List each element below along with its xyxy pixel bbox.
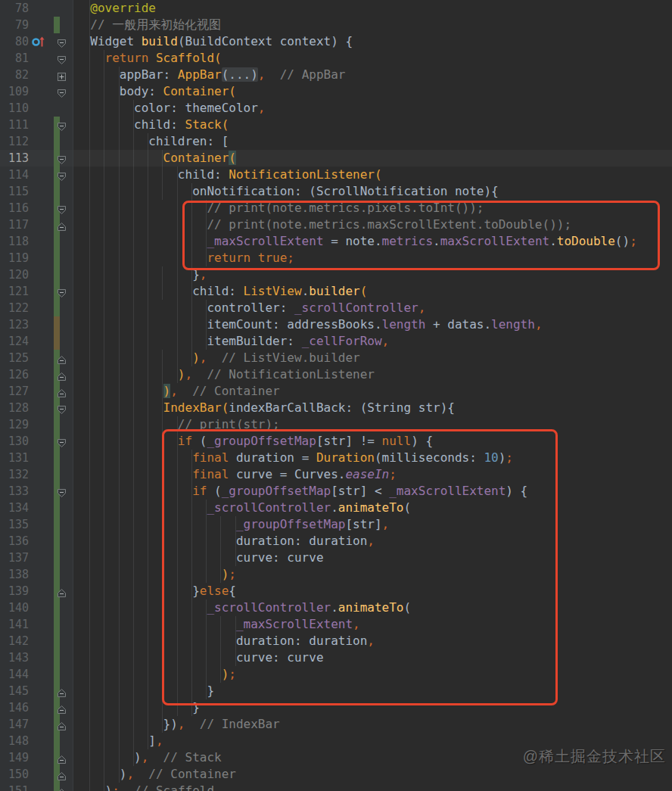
- code-text[interactable]: appBar: AppBar(...), // AppBar: [73, 67, 672, 83]
- fold-collapse-icon[interactable]: [57, 86, 67, 96]
- line-number[interactable]: 82: [0, 67, 29, 83]
- code-line-141[interactable]: 141 _maxScrollExtent,: [0, 616, 672, 633]
- code-text[interactable]: // 一般用来初始化视图: [73, 17, 672, 33]
- line-number[interactable]: 136: [0, 533, 29, 550]
- code-line-115[interactable]: 115 onNotification: (ScrollNotification …: [0, 183, 672, 200]
- code-text[interactable]: itemCount: addressBooks.length + datas.l…: [73, 316, 672, 333]
- code-text[interactable]: // print(note.metrics.maxScrollExtent.to…: [73, 216, 672, 233]
- line-number[interactable]: 126: [0, 366, 29, 383]
- line-number[interactable]: 111: [0, 117, 29, 133]
- code-line-142[interactable]: 142 duration: duration,: [0, 633, 672, 649]
- code-line-150[interactable]: 150 ), // Container: [0, 766, 672, 783]
- code-text[interactable]: );: [73, 666, 672, 683]
- code-line-145[interactable]: 145 }: [0, 683, 672, 699]
- line-number[interactable]: 144: [0, 666, 29, 683]
- code-text[interactable]: ); // Scaffold: [73, 783, 672, 791]
- fold-collapse-icon[interactable]: [57, 170, 67, 179]
- line-number[interactable]: 130: [0, 433, 29, 450]
- code-text[interactable]: duration: duration,: [73, 533, 672, 550]
- fold-collapse-icon[interactable]: [57, 53, 67, 63]
- line-number[interactable]: 118: [0, 233, 29, 250]
- code-text[interactable]: child: NotificationListener(: [73, 167, 672, 183]
- line-number[interactable]: 149: [0, 749, 29, 766]
- code-line-120[interactable]: 120 },: [0, 266, 672, 283]
- code-text[interactable]: IndexBar(indexBarCallBack: (String str){: [73, 400, 672, 416]
- code-line-139[interactable]: 139 }else{: [0, 583, 672, 599]
- code-line-135[interactable]: 135 _groupOffsetMap[str],: [0, 516, 672, 533]
- code-line-146[interactable]: 146 }: [0, 699, 672, 716]
- code-text[interactable]: if (_groupOffsetMap[str] < _maxScrollExt…: [73, 483, 672, 500]
- code-text[interactable]: // print(note.metrics.pixels.toInt());: [73, 200, 672, 216]
- line-number[interactable]: 117: [0, 216, 29, 233]
- code-line-131[interactable]: 131 final duration = Duration(millisecon…: [0, 450, 672, 466]
- code-line-134[interactable]: 134 _scrollController.animateTo(: [0, 500, 672, 516]
- code-text[interactable]: // print(str);: [73, 416, 672, 433]
- code-line-143[interactable]: 143 curve: curve: [0, 649, 672, 666]
- overriding-method-icon[interactable]: [31, 36, 46, 48]
- fold-expand-icon[interactable]: [57, 70, 67, 79]
- code-text[interactable]: );: [73, 566, 672, 583]
- code-line-125[interactable]: 125 ), // ListView.builder: [0, 350, 672, 366]
- line-number[interactable]: 120: [0, 266, 29, 283]
- line-number[interactable]: 127: [0, 383, 29, 400]
- fold-collapse-icon[interactable]: [57, 120, 67, 129]
- code-text[interactable]: duration: duration,: [73, 633, 672, 649]
- line-number[interactable]: 151: [0, 783, 29, 791]
- code-line-128[interactable]: 128 IndexBar(indexBarCallBack: (String s…: [0, 400, 672, 416]
- code-text[interactable]: _maxScrollExtent,: [73, 616, 672, 633]
- fold-collapse-icon[interactable]: [57, 353, 67, 363]
- code-text[interactable]: ), // ListView.builder: [73, 350, 672, 366]
- line-number[interactable]: 132: [0, 466, 29, 483]
- code-text[interactable]: child: ListView.builder(: [73, 283, 672, 300]
- code-text[interactable]: }), // IndexBar: [73, 716, 672, 733]
- line-number[interactable]: 138: [0, 566, 29, 583]
- line-number[interactable]: 121: [0, 283, 29, 300]
- code-line-133[interactable]: 133 if (_groupOffsetMap[str] < _maxScrol…: [0, 483, 672, 500]
- code-text[interactable]: if (_groupOffsetMap[str] != null) {: [73, 433, 672, 450]
- fold-collapse-icon[interactable]: [57, 369, 67, 379]
- fold-collapse-icon[interactable]: [57, 769, 67, 779]
- code-line-119[interactable]: 119 return true;: [0, 250, 672, 266]
- code-text[interactable]: Container(: [73, 150, 672, 167]
- line-number[interactable]: 110: [0, 100, 29, 117]
- code-line-113[interactable]: 113 Container(: [0, 150, 672, 167]
- code-line-140[interactable]: 140 _scrollController.animateTo(: [0, 599, 672, 616]
- line-number[interactable]: 148: [0, 733, 29, 749]
- line-number[interactable]: 140: [0, 599, 29, 616]
- line-number[interactable]: 123: [0, 316, 29, 333]
- line-number[interactable]: 145: [0, 683, 29, 699]
- line-number[interactable]: 114: [0, 167, 29, 183]
- line-number[interactable]: 128: [0, 400, 29, 416]
- code-text[interactable]: ), // NotificationListener: [73, 366, 672, 383]
- line-number[interactable]: 112: [0, 133, 29, 150]
- code-text[interactable]: _scrollController.animateTo(: [73, 599, 672, 616]
- line-number[interactable]: 139: [0, 583, 29, 599]
- code-line-112[interactable]: 112 children: [: [0, 133, 672, 150]
- code-line-114[interactable]: 114 child: NotificationListener(: [0, 167, 672, 183]
- line-number[interactable]: 129: [0, 416, 29, 433]
- code-line-130[interactable]: 130 if (_groupOffsetMap[str] != null) {: [0, 433, 672, 450]
- line-number[interactable]: 131: [0, 450, 29, 466]
- code-line-111[interactable]: 111 child: Stack(: [0, 117, 672, 133]
- line-number[interactable]: 146: [0, 699, 29, 716]
- line-number[interactable]: 137: [0, 550, 29, 566]
- line-number[interactable]: 141: [0, 616, 29, 633]
- code-line-147[interactable]: 147 }), // IndexBar: [0, 716, 672, 733]
- line-number[interactable]: 113: [0, 150, 29, 167]
- line-number[interactable]: 135: [0, 516, 29, 533]
- code-text[interactable]: }else{: [73, 583, 672, 599]
- line-number[interactable]: 81: [0, 50, 29, 67]
- fold-collapse-icon[interactable]: [57, 686, 67, 696]
- fold-collapse-icon[interactable]: [57, 36, 67, 46]
- code-text[interactable]: controller: _scrollController,: [73, 300, 672, 316]
- fold-collapse-icon[interactable]: [57, 403, 67, 413]
- code-text[interactable]: final curve = Curves.easeIn;: [73, 466, 672, 483]
- code-text[interactable]: _scrollController.animateTo(: [73, 500, 672, 516]
- code-line-122[interactable]: 122 controller: _scrollController,: [0, 300, 672, 316]
- code-text[interactable]: },: [73, 266, 672, 283]
- line-number[interactable]: 116: [0, 200, 29, 216]
- code-line-151[interactable]: 151 ); // Scaffold: [0, 783, 672, 791]
- code-line-110[interactable]: 110 color: themeColor,: [0, 100, 672, 117]
- code-line-118[interactable]: 118 _maxScrollExtent = note.metrics.maxS…: [0, 233, 672, 250]
- code-text[interactable]: @override: [73, 0, 672, 17]
